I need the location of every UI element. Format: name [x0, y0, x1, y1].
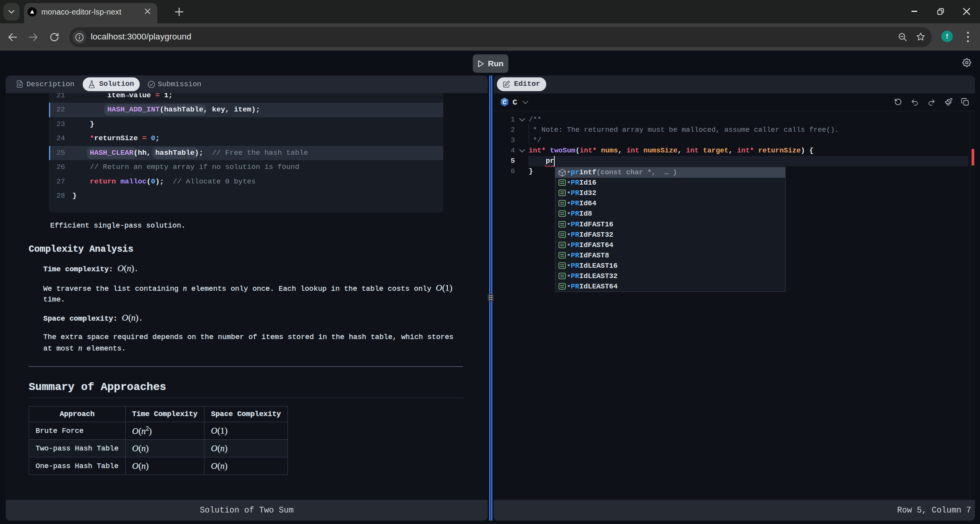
svg-text:C: C [503, 99, 507, 105]
